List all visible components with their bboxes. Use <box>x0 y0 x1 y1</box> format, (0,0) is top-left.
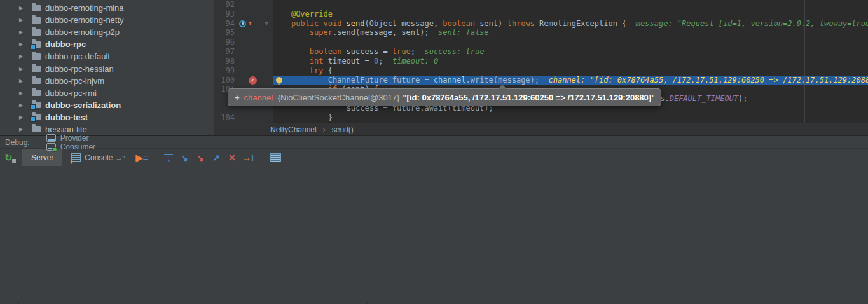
debugger-value-tooltip[interactable]: + channel = {NioClientSocketChannel@3017… <box>228 88 661 106</box>
code-line-104[interactable]: 104 } <box>214 113 868 123</box>
chevron-right-icon[interactable]: ▶ <box>19 127 25 132</box>
tree-item-dubbo-rpc-hessian[interactable]: ▶dubbo-rpc-hessian <box>0 62 214 74</box>
code-text: @Override <box>273 10 868 19</box>
drop-frame-icon[interactable]: ✕ <box>224 153 240 163</box>
code-text <box>273 38 868 47</box>
code-text: int timeout = 0; timeout: 0 <box>273 57 868 66</box>
intention-bulb-icon[interactable] <box>276 77 282 83</box>
tree-item-label: dubbo-remoting-mina <box>45 3 124 13</box>
step-into-icon[interactable]: ↘ <box>176 153 192 163</box>
code-line-100[interactable]: 100✓ ChannelFuture future = channel.writ… <box>214 76 868 85</box>
tree-item-dubbo-remoting-p2p[interactable]: ▶dubbo-remoting-p2p <box>0 26 214 38</box>
tree-item-dubbo-remoting-mina[interactable]: ▶dubbo-remoting-mina <box>0 2 214 14</box>
line-number: 98 <box>214 57 235 66</box>
debug-header: Debug: ProviderConsumer <box>0 136 868 149</box>
tree-item-label: dubbo-rpc-default <box>45 52 110 61</box>
chevron-right-icon[interactable]: ▶ <box>19 41 25 47</box>
tree-item-dubbo-rpc[interactable]: ▶dubbo-rpc <box>0 38 214 50</box>
chevron-right-icon[interactable]: ▶ <box>19 5 25 11</box>
code-line-99[interactable]: 99 try { <box>214 66 868 76</box>
code-text: } <box>273 113 868 123</box>
chevron-right-icon[interactable]: ▶ <box>19 114 25 120</box>
chevron-right-icon[interactable]: ▶ <box>19 66 25 72</box>
breadcrumb-class[interactable]: NettyChannel <box>270 125 317 134</box>
tab-server[interactable]: Server <box>22 149 62 166</box>
code-text: ChannelFuture future = channel.write(mes… <box>273 76 868 85</box>
editor-gutter: 97 <box>214 47 273 57</box>
force-step-into-icon[interactable]: ↘ <box>192 153 208 163</box>
step-out-icon[interactable]: ↗ <box>208 153 224 163</box>
step-over-icon[interactable]: ↓ <box>164 154 173 162</box>
tree-item-label: dubbo-rpc-rmi <box>45 88 97 98</box>
module-folder-icon <box>32 114 41 120</box>
debug-tool-window: Debug: ProviderConsumer ↻ Server Console… <box>0 135 868 304</box>
code-text: boolean success = true; success: true <box>273 47 868 57</box>
breadcrumb-method[interactable]: send() <box>332 125 354 134</box>
tree-item-dubbo-serialization[interactable]: ▶dubbo-serialization <box>0 99 214 111</box>
editor-gutter: 92 <box>214 0 273 10</box>
editor-gutter: 104 <box>214 113 273 123</box>
show-execution-point-icon[interactable]: ▶≡ <box>134 153 149 163</box>
breakpoint-icon[interactable]: ✓ <box>249 76 257 85</box>
expand-plus-icon[interactable]: + <box>235 93 240 102</box>
right-margin-guide <box>804 0 805 123</box>
line-number: 96 <box>214 38 235 47</box>
chevron-right-icon[interactable]: ▶ <box>19 29 25 35</box>
tree-item-dubbo-test[interactable]: ▶dubbo-test <box>0 111 214 123</box>
tree-item-label: dubbo-rpc-hessian <box>45 64 114 74</box>
code-text <box>273 0 868 10</box>
code-line-92[interactable]: 92 <box>214 0 868 10</box>
tree-item-label: dubbo-remoting-p2p <box>45 27 120 37</box>
breadcrumb: NettyChannel › send() <box>214 123 868 135</box>
evaluate-expression-icon[interactable] <box>270 153 281 162</box>
line-number: 99 <box>214 66 235 76</box>
line-number: 97 <box>214 47 235 57</box>
editor-gutter: 100✓ <box>214 76 273 85</box>
folder-icon <box>32 66 41 72</box>
chevron-right-icon[interactable]: ▶ <box>19 17 25 23</box>
chevron-right-icon[interactable]: ▶ <box>19 78 25 84</box>
code-line-94[interactable]: 94↑▿ public void send(Object message, bo… <box>214 19 868 29</box>
session-monitor-icon <box>46 143 56 151</box>
code-text: try { <box>273 66 868 76</box>
tab-console[interactable]: Console →ⁿ <box>62 149 134 166</box>
code-line-97[interactable]: 97 boolean success = true; success: true <box>214 47 868 57</box>
line-number: 94 <box>214 19 235 29</box>
module-badge <box>30 116 36 122</box>
module-folder-icon <box>32 102 41 108</box>
code-line-95[interactable]: 95 super.send(message, sent); sent: fals… <box>214 28 868 38</box>
tooltip-variable-name: channel <box>244 93 273 102</box>
tree-item-dubbo-remoting-netty[interactable]: ▶dubbo-remoting-netty <box>0 14 214 26</box>
scroll-to-end-icon[interactable]: →ⁿ <box>115 154 125 162</box>
code-editor[interactable]: 9293 @Override94↑▿ public void send(Obje… <box>214 0 868 123</box>
chevron-right-icon[interactable]: ▶ <box>19 90 25 96</box>
folder-icon <box>32 90 41 96</box>
editor-gutter: 94↑▿ <box>214 19 273 29</box>
execution-arrow-icon: ↑ <box>248 19 252 29</box>
ide-window: { "project_tree": { "items": [ {"label":… <box>0 0 868 304</box>
module-badge <box>30 44 36 50</box>
editor-gutter: 96 <box>214 38 273 47</box>
tree-item-dubbo-rpc-injvm[interactable]: ▶dubbo-rpc-injvm <box>0 75 214 87</box>
tree-item-dubbo-rpc-rmi[interactable]: ▶dubbo-rpc-rmi <box>0 87 214 99</box>
run-to-cursor-icon[interactable]: →I <box>240 153 256 163</box>
fold-marker-icon[interactable]: ▿ <box>265 19 268 29</box>
rerun-icon[interactable]: ↻ <box>4 152 17 163</box>
tree-item-dubbo-rpc-default[interactable]: ▶dubbo-rpc-default <box>0 50 214 62</box>
chevron-right-icon[interactable]: ▶ <box>19 102 25 108</box>
code-line-96[interactable]: 96 <box>214 38 868 47</box>
chevron-right-icon[interactable]: ▶ <box>19 53 25 59</box>
debug-session-tabs: ProviderConsumer <box>30 134 95 151</box>
tree-item-label: dubbo-rpc-injvm <box>45 76 104 86</box>
session-tab-label: Provider <box>60 134 89 142</box>
code-text: super.send(message, sent); sent: false <box>273 28 868 38</box>
code-line-93[interactable]: 93 @Override <box>214 10 868 19</box>
code-line-98[interactable]: 98 int timeout = 0; timeout: 0 <box>214 57 868 66</box>
line-number: 95 <box>214 28 235 38</box>
breadcrumb-separator: › <box>323 125 326 134</box>
execution-entry-icon <box>239 20 246 27</box>
tab-console-label: Console <box>85 153 113 162</box>
session-tab-provider[interactable]: Provider <box>46 134 95 142</box>
tooltip-equals: = <box>273 93 278 102</box>
folder-icon <box>32 78 41 84</box>
